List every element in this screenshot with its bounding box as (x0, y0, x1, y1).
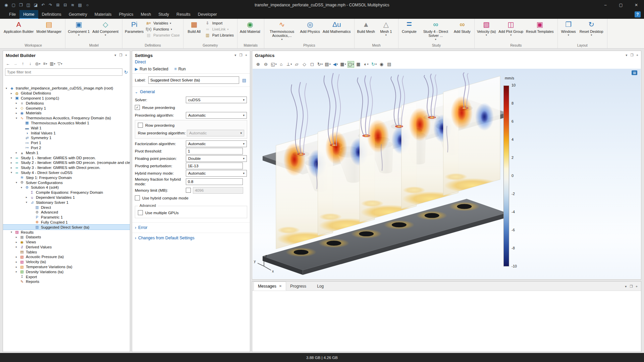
expander-icon[interactable]: ▸ (16, 265, 19, 268)
save-as-icon[interactable]: ◪ (32, 2, 39, 9)
view-yz-plane-icon[interactable]: ◇ (301, 61, 308, 68)
ribbon-button[interactable]: △ Mesh 1 ▾ (376, 19, 396, 43)
play-sound-icon[interactable]: ◀ ▾ (332, 61, 339, 68)
app-logo-icon[interactable]: ◉ (3, 2, 10, 9)
redo-icon[interactable]: ↷ (47, 2, 54, 9)
tree-filter-input[interactable] (5, 68, 122, 76)
go-to-default-view-icon[interactable]: ⌂ (278, 61, 285, 68)
tree-item[interactable]: ▾ ⊿ Stationary Solver 1 (3, 200, 130, 205)
memory-fraction-input[interactable] (186, 178, 243, 185)
view-along-axis-icon[interactable]: ⊥ ▾ (286, 61, 292, 68)
expander-icon[interactable]: ▸ (11, 92, 14, 95)
new-file-icon[interactable]: ▢ (10, 2, 17, 9)
expander-icon[interactable]: ▸ (16, 241, 19, 244)
ribbon-button[interactable]: ▦ Build All (184, 19, 204, 43)
ribbon-button[interactable]: = Compute (399, 19, 419, 43)
settings-icon[interactable]: ≋ (69, 2, 76, 9)
update-plot-icon[interactable]: ↻ ▾ (371, 61, 377, 68)
tree-item[interactable]: ▸ ∞ Study 2 - Iterative: GMRES with DD p… (3, 160, 130, 165)
tree-item[interactable]: ▸ ≡ Definitions (3, 101, 130, 106)
tree-item[interactable]: ▸ ∂ Derived Values (3, 245, 130, 250)
maximize-button[interactable]: ▢ (613, 0, 629, 10)
expander-icon[interactable]: ▸ (16, 270, 19, 273)
run-button[interactable]: = Run (174, 67, 186, 71)
ribbon-button[interactable]: ◇ Add Component ▾ (91, 19, 120, 43)
expander-icon[interactable]: ▾ (11, 171, 14, 174)
rename-icon[interactable]: ▤ (241, 77, 247, 83)
tree-item[interactable]: ▾ ▣ Component 1 (comp1) (3, 96, 130, 101)
ribbon-button[interactable]: a= Variables ▾ (146, 21, 181, 25)
tree-item[interactable]: ↧ Export (3, 274, 130, 279)
expander-icon[interactable]: ▸ (11, 161, 14, 164)
tree-item[interactable]: ▦ Thermoviscous Acoustics Model 1 (3, 121, 130, 126)
ribbon-button[interactable]: ▧ Velocity (ta) ▾ (476, 19, 497, 43)
model-manager-icon[interactable]: ▤ (76, 2, 84, 9)
copy-icon[interactable]: ⊞ (54, 2, 61, 9)
search-icon[interactable]: ○ (84, 2, 91, 9)
reuse-preordering-checkbox[interactable]: ✓ (135, 105, 140, 110)
orthographic-projection-icon[interactable]: ◻ (309, 61, 316, 68)
ribbon-button[interactable]: ↻ Reset Desktop ▾ (578, 19, 605, 43)
memory-limit-checkbox[interactable] (186, 188, 191, 193)
tree-item[interactable]: ▥ Suggested Direct Solver (ta) (3, 225, 130, 230)
tree-item[interactable]: ▸ ◍ Global Definitions (3, 91, 130, 96)
ribbon-tab[interactable]: Materials (91, 10, 115, 19)
ribbon-button[interactable]: ∿ Thermoviscous Acoustics,... ▾ (265, 19, 299, 43)
ribbon-button[interactable]: ∞ Study 4 - Direct Solver ... ▾ (419, 19, 452, 43)
tree-item[interactable]: ▸ ∞ Study 1 - Iterative: GMRES with DD p… (3, 155, 130, 160)
pin-panel-icon[interactable]: ⌖ (636, 53, 638, 57)
section-general[interactable]: ⌄ General (132, 87, 250, 96)
expander-icon[interactable]: ▸ (26, 196, 30, 199)
plot-selector-icon[interactable]: ▤ (632, 70, 637, 75)
open-file-icon[interactable]: ❐ (17, 2, 24, 9)
use-multiple-gpus-checkbox[interactable] (138, 210, 143, 215)
tree-item[interactable]: ▾ ◈ transfer_impedance_perforate_cuDSS_i… (3, 86, 130, 91)
expander-icon[interactable]: ▾ (16, 181, 19, 184)
expander-icon[interactable]: ▸ (16, 260, 19, 263)
collapse-panel-icon[interactable]: ▾ (626, 53, 627, 57)
expander-icon[interactable]: ▸ (11, 156, 14, 159)
ribbon-tab[interactable]: Definitions (38, 10, 65, 19)
ribbon-button[interactable]: ▲ Build Mesh (356, 19, 376, 43)
tree-item[interactable]: Σ Compile Equations: Frequency Domain (3, 190, 130, 195)
ribbon-button[interactable]: f(x) Functions ▾ (146, 27, 181, 32)
ribbon-button[interactable]: ◉ Add Material (238, 19, 262, 43)
tree-item[interactable]: ▾ ∿ Thermoviscous Acoustics, Frequency D… (3, 116, 130, 121)
expander-icon[interactable]: ▾ (16, 117, 19, 120)
move-down-icon[interactable]: ↓ (27, 61, 34, 67)
move-up-icon[interactable]: ↑ (20, 61, 26, 67)
tree-item[interactable]: ▸ ▧ Temperature Variations (ta) (3, 264, 130, 269)
rotate-view-icon[interactable]: ↻ ▾ (317, 61, 323, 68)
ribbon-button[interactable]: ◫ Add Plot Group ▾ (497, 19, 525, 43)
ribbon-tab[interactable]: File (5, 10, 19, 19)
expander-icon[interactable]: ▸ (11, 166, 14, 169)
tree-item[interactable]: ▸ ▧ Velocity (ta) (3, 259, 130, 264)
snapshot-icon[interactable]: ◉ (378, 61, 385, 68)
help-button[interactable]: ? (635, 11, 641, 17)
ribbon-tab[interactable]: Developer (194, 10, 221, 19)
ribbon-button[interactable]: ∞ Add Study (452, 19, 472, 43)
tree-item[interactable]: ↦ Port 2 (3, 145, 130, 150)
tree-item[interactable]: ▤ Tables (3, 249, 130, 254)
tree-item[interactable]: ▸ ◉ Materials (3, 111, 130, 116)
ribbon-button[interactable]: Pi Parameters (123, 19, 145, 43)
print-icon[interactable]: ▤ (386, 61, 393, 68)
tree-item[interactable]: ▸ ▲ Mesh 1 (3, 150, 130, 155)
ribbon-button[interactable]: ❐ Windows ▾ (559, 19, 578, 43)
ribbon-button[interactable]: ⇩ Import (205, 21, 235, 25)
expander-icon[interactable]: ▸ (16, 245, 19, 248)
expander-icon[interactable]: ▾ (11, 97, 14, 100)
ribbon-button[interactable]: ∞ LiveLink ▾ (205, 27, 235, 32)
pin-panel-icon[interactable]: ⌖ (125, 53, 127, 57)
expander-icon[interactable]: ▸ (16, 236, 19, 239)
ribbon-button[interactable]: A Application Builder (2, 19, 35, 43)
ribbon-button[interactable]: Δu Add Mathematics (321, 19, 352, 43)
save-icon[interactable]: ◫ (25, 2, 32, 9)
expander-icon[interactable]: ▾ (26, 201, 30, 204)
table-icon[interactable]: ▦ (355, 61, 362, 68)
ribbon-button[interactable]: ▥ Part Libraries (205, 33, 235, 38)
forward-icon[interactable]: → (12, 61, 19, 67)
tree-item[interactable]: ≋ Step 1: Frequency Domain (3, 175, 130, 180)
zoom-in-icon[interactable]: ⊕ (255, 61, 262, 68)
solver-select[interactable]: cuDSS ▾ (186, 97, 247, 103)
